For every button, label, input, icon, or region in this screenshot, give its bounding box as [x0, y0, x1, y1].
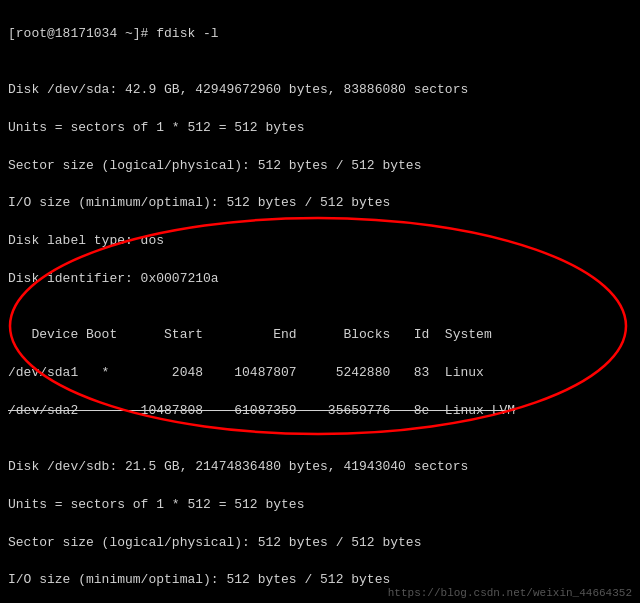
sdb-header: Disk /dev/sdb: 21.5 GB, 21474836480 byte…: [8, 459, 468, 474]
sda-table-header: Device Boot Start End Blocks Id System: [8, 327, 492, 342]
sda-sector-size: Sector size (logical/physical): 512 byte…: [8, 158, 421, 173]
watermark: https://blog.csdn.net/weixin_44664352: [388, 587, 632, 599]
sda-label-type: Disk label type: dos: [8, 233, 164, 248]
sdb-units: Units = sectors of 1 * 512 = 512 bytes: [8, 497, 304, 512]
sda-row-2: /dev/sda2 10487808 61087359 35659776 8e …: [8, 403, 515, 418]
sda-units: Units = sectors of 1 * 512 = 512 bytes: [8, 120, 304, 135]
sda-row-1: /dev/sda1 * 2048 10487807 5242880 83 Lin…: [8, 365, 484, 380]
sda-header: Disk /dev/sda: 42.9 GB, 42949672960 byte…: [8, 82, 468, 97]
terminal-output: [root@18171034 ~]# fdisk -l Disk /dev/sd…: [0, 0, 640, 603]
sda-identifier: Disk identifier: 0x0007210a: [8, 271, 219, 286]
sdb-sector-size: Sector size (logical/physical): 512 byte…: [8, 535, 421, 550]
sdb-io-size: I/O size (minimum/optimal): 512 bytes / …: [8, 572, 390, 587]
prompt-line: [root@18171034 ~]# fdisk -l: [8, 26, 219, 41]
sda-io-size: I/O size (minimum/optimal): 512 bytes / …: [8, 195, 390, 210]
